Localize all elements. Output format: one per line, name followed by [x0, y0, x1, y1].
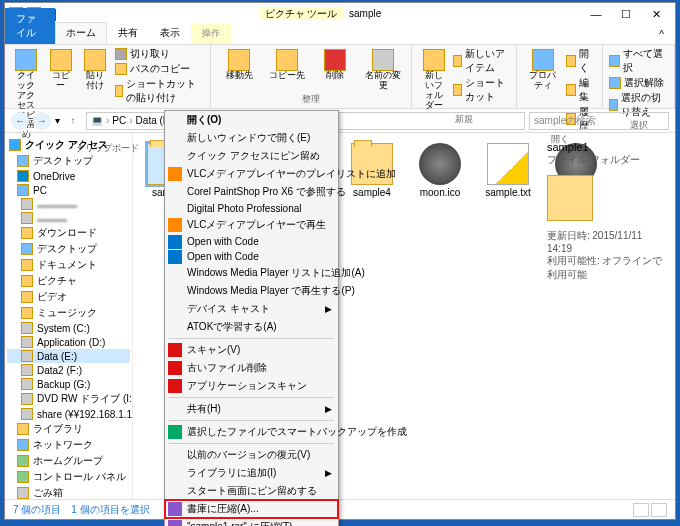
nav-pictures[interactable]: ピクチャ [7, 273, 130, 289]
context-item[interactable]: クイック アクセスにピン留め [165, 147, 338, 165]
context-item[interactable]: 書庫に圧縮(A)... [165, 500, 338, 518]
context-item[interactable]: アプリケーションスキャン [165, 377, 338, 395]
context-item[interactable]: Corel PaintShop Pro X6 で参照する [165, 183, 338, 201]
context-item[interactable]: Windows Media Player で再生する(P) [165, 282, 338, 300]
file-label: sample4 [353, 187, 391, 198]
context-item[interactable]: 開く(O) [165, 111, 338, 129]
up-button[interactable]: ↑ [64, 112, 82, 130]
preview-type: ファイル フォルダー [547, 153, 667, 167]
bk-icon [168, 425, 182, 439]
copy-button[interactable]: コピー [46, 47, 77, 93]
new-shortcut-button[interactable]: ショートカット [453, 76, 510, 104]
status-bar: 7 個の項目 1 個の項目を選択 [5, 499, 675, 519]
context-item[interactable]: Open with Code [165, 249, 338, 264]
submenu-arrow-icon: ▶ [325, 404, 332, 414]
submenu-arrow-icon: ▶ [325, 304, 332, 314]
nav-share[interactable]: share (¥¥192.168.1.18) (Z:) [7, 407, 130, 421]
view-details-button[interactable] [633, 503, 649, 517]
move-to-button[interactable]: 移動先 [217, 47, 261, 83]
minimize-button[interactable]: — [581, 5, 611, 23]
select-none-button[interactable]: 選択解除 [609, 76, 668, 90]
context-item[interactable]: 以前のバージョンの復元(V) [165, 446, 338, 464]
nav-item[interactable]: ▬▬▬ [7, 211, 130, 225]
context-item[interactable]: Open with Code [165, 234, 338, 249]
nav-quick-access[interactable]: クイック アクセス [7, 137, 130, 153]
file-item[interactable]: sample.txt [483, 143, 533, 198]
ribbon-collapse-icon[interactable]: ^ [648, 25, 675, 44]
context-item[interactable]: 古いファイル削除 [165, 359, 338, 377]
nav-documents[interactable]: ドキュメント [7, 257, 130, 273]
nav-pc[interactable]: PC [7, 183, 130, 197]
nav-control[interactable]: コントロール パネル [7, 469, 130, 485]
copy-to-button[interactable]: コピー先 [265, 47, 309, 83]
context-item[interactable]: デバイス キャスト▶ [165, 300, 338, 318]
context-item[interactable]: Digital Photo Professional [165, 201, 338, 216]
tab-share[interactable]: 共有 [107, 22, 149, 44]
nav-sysc[interactable]: System (C:) [7, 321, 130, 335]
select-all-button[interactable]: すべて選択 [609, 47, 668, 75]
edit-button[interactable]: 編集 [566, 76, 596, 104]
nav-desktop[interactable]: デスクトップ [7, 153, 130, 169]
submenu-arrow-icon: ▶ [325, 468, 332, 478]
forward-button[interactable]: → [33, 112, 51, 130]
nav-onedrive[interactable]: OneDrive [7, 169, 130, 183]
view-large-button[interactable] [651, 503, 667, 517]
nav-appd[interactable]: Application (D:) [7, 335, 130, 349]
nav-data2[interactable]: Data2 (F:) [7, 363, 130, 377]
nav-pane: クイック アクセス デスクトップ OneDrive PC ▬▬▬▬ ▬▬▬ ダウ… [5, 133, 133, 499]
tab-home[interactable]: ホーム [55, 22, 107, 44]
context-item[interactable]: スタート画面にピン留めする [165, 482, 338, 500]
nav-videos[interactable]: ビデオ [7, 289, 130, 305]
context-item[interactable]: ATOKで学習する(A) [165, 318, 338, 336]
ribbon: クイック アクセスにピン留め コピー 貼り付け 切り取り パスのコピー ショート… [5, 45, 675, 109]
av-icon [168, 343, 182, 357]
back-button[interactable]: ← [11, 112, 29, 130]
new-folder-button[interactable]: 新しいフォルダー [418, 47, 449, 113]
nav-datae[interactable]: Data (E:) [7, 349, 130, 363]
copy-path-button[interactable]: パスのコピー [115, 62, 205, 76]
ribbon-tabs: ファイル ホーム 共有 表示 操作 ^ [5, 25, 675, 45]
tab-view[interactable]: 表示 [149, 22, 191, 44]
tool-tab-label: ピクチャ ツール [259, 7, 344, 20]
nav-homegroup[interactable]: ホームグループ [7, 453, 130, 469]
vlc-icon [168, 167, 182, 181]
close-button[interactable]: ✕ [641, 5, 671, 23]
nav-downloads[interactable]: ダウンロード [7, 225, 130, 241]
delete-button[interactable]: 削除 [313, 47, 357, 83]
nav-network[interactable]: ネットワーク [7, 437, 130, 453]
txt-icon [487, 143, 529, 185]
history-dropdown-icon[interactable]: ▾ [55, 115, 60, 126]
context-item[interactable]: スキャン(V) [165, 341, 338, 359]
context-item[interactable]: "sample1.rar" に圧縮(T) [165, 518, 338, 526]
context-item[interactable]: VLCメディアプレイヤーで再生 [165, 216, 338, 234]
open-button[interactable]: 開く [566, 47, 596, 75]
nav-library[interactable]: ライブラリ [7, 421, 130, 437]
nav-music[interactable]: ミュージック [7, 305, 130, 321]
nav-item[interactable]: ▬▬▬▬ [7, 197, 130, 211]
context-item[interactable]: VLCメディアプレイヤーのプレイリストに追加 [165, 165, 338, 183]
vlc-icon [168, 218, 182, 232]
maximize-button[interactable]: ☐ [611, 5, 641, 23]
nav-dvd[interactable]: DVD RW ドライブ (I:) [7, 391, 130, 407]
new-item-button[interactable]: 新しいアイテム [453, 47, 510, 75]
preview-thumbnail [547, 175, 593, 221]
context-item[interactable]: 共有(H)▶ [165, 400, 338, 418]
cut-button[interactable]: 切り取り [115, 47, 205, 61]
nav-desktop2[interactable]: デスクトップ [7, 241, 130, 257]
context-item[interactable]: 新しいウィンドウで開く(E) [165, 129, 338, 147]
av-icon [168, 379, 182, 393]
properties-button[interactable]: プロパティ [523, 47, 562, 93]
rename-button[interactable]: 名前の変更 [361, 47, 405, 93]
nav-recycle[interactable]: ごみ箱 [7, 485, 130, 499]
file-item[interactable]: moon.ico [415, 143, 465, 198]
context-item[interactable]: 選択したファイルでスマートバックアップを作成 [165, 423, 338, 441]
paste-button[interactable]: 貼り付け [80, 47, 111, 93]
paste-shortcut-button[interactable]: ショートカットの貼り付け [115, 77, 205, 105]
search-input[interactable]: sampleの検索 [529, 112, 669, 130]
tab-tool[interactable]: 操作 [191, 23, 231, 44]
tab-file[interactable]: ファイル [5, 8, 55, 44]
context-item[interactable]: ライブラリに追加(I)▶ [165, 464, 338, 482]
ico-icon [419, 143, 461, 185]
context-item[interactable]: Windows Media Player リストに追加(A) [165, 264, 338, 282]
nav-backup[interactable]: Backup (G:) [7, 377, 130, 391]
